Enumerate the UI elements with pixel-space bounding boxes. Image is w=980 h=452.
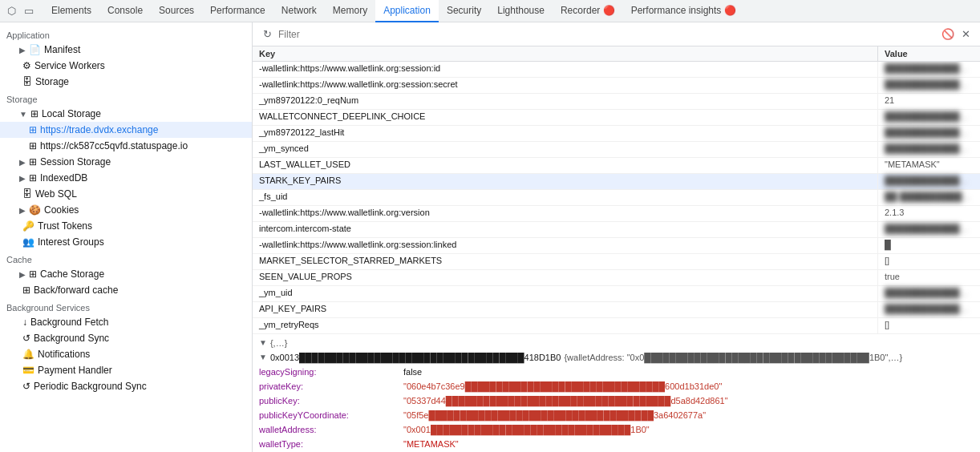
trust-tokens-label: Trust Tokens bbox=[38, 220, 92, 232]
statuspage-icon: ⊞ bbox=[29, 140, 37, 151]
tab-security[interactable]: Security bbox=[439, 0, 489, 22]
sidebar-item-bg-sync[interactable]: ↺ Background Sync bbox=[0, 330, 252, 346]
cell-key: LAST_WALLET_USED bbox=[253, 158, 878, 173]
table-row[interactable]: -walletlink:https://www.walletlink.org:s… bbox=[253, 78, 980, 94]
sidebar-item-periodic-sync[interactable]: ↺ Periodic Background Sync bbox=[0, 378, 252, 394]
table-row[interactable]: LAST_WALLET_USED "METAMASK" bbox=[253, 158, 980, 174]
sw-label: Service Workers bbox=[34, 60, 105, 71]
table-row[interactable]: -walletlink:https://www.walletlink.org:s… bbox=[253, 62, 980, 78]
sidebar-item-cookies[interactable]: ▶ 🍪 Cookies bbox=[0, 202, 252, 218]
table-row[interactable]: STARK_KEY_PAIRS ████████████████████████… bbox=[253, 174, 980, 190]
sidebar-item-payment-handler[interactable]: 💳 Payment Handler bbox=[0, 362, 252, 378]
expand-key-text: 0x0013██████████████████████████████████… bbox=[270, 353, 561, 362]
tab-recorder[interactable]: Recorder 🔴 bbox=[553, 0, 623, 22]
sidebar-item-service-workers[interactable]: ⚙ Service Workers bbox=[0, 58, 252, 74]
table-row[interactable]: _fs_uid ██ █████████████████████████ bbox=[253, 190, 980, 206]
sidebar-item-web-sql[interactable]: 🗄 Web SQL bbox=[0, 186, 252, 202]
cell-key: API_KEY_PAIRS bbox=[253, 302, 878, 317]
tab-network[interactable]: Network bbox=[273, 0, 325, 22]
session-storage-label: Session Storage bbox=[40, 156, 111, 167]
cell-key: -walletlink:https://www.walletlink.org:s… bbox=[253, 238, 878, 253]
payment-label: Payment Handler bbox=[38, 365, 112, 376]
table-row[interactable]: -walletlink:https://www.walletlink.org:s… bbox=[253, 238, 980, 254]
inspect-icon[interactable]: ⬡ bbox=[3, 3, 19, 19]
sidebar-item-bfcache[interactable]: ⊞ Back/forward cache bbox=[0, 282, 252, 298]
expand-field-row: walletAddress: "0x001███████████████████… bbox=[259, 424, 974, 438]
expand-field-row: walletType: "METAMASK" bbox=[259, 438, 974, 452]
nav-tabs: Elements Console Sources Performance Net… bbox=[43, 0, 977, 22]
bg-sync-icon: ↺ bbox=[22, 333, 30, 344]
sidebar-item-session-storage[interactable]: ▶ ⊞ Session Storage bbox=[0, 154, 252, 170]
sidebar-item-manifest[interactable]: ▶ 📄 Manifest bbox=[0, 42, 252, 58]
refresh-button[interactable]: ↻ bbox=[259, 26, 275, 42]
cookies-label: Cookies bbox=[44, 204, 79, 216]
table-row[interactable]: API_KEY_PAIRS ██████████████████████████… bbox=[253, 302, 980, 318]
sw-icon: ⚙ bbox=[22, 60, 31, 71]
expand-icon: ▶ bbox=[19, 206, 26, 215]
cell-key: _ym_uid bbox=[253, 286, 878, 301]
filter-input[interactable] bbox=[278, 29, 937, 40]
web-sql-label: Web SQL bbox=[35, 188, 77, 200]
tab-elements[interactable]: Elements bbox=[43, 0, 99, 22]
table-row[interactable]: -walletlink:https://www.walletlink.org:v… bbox=[253, 206, 980, 222]
bg-fetch-label: Background Fetch bbox=[30, 317, 108, 328]
sidebar-item-statuspage[interactable]: ⊞ https://ck587cc5qvfd.statuspage.io bbox=[0, 138, 252, 154]
table-header: Key Value bbox=[253, 46, 980, 62]
table-row[interactable]: _ym_synced ████████████████████ bbox=[253, 142, 980, 158]
collapse-icon[interactable]: ▼ bbox=[259, 338, 267, 347]
tab-sources[interactable]: Sources bbox=[151, 0, 202, 22]
dvdx-icon: ⊞ bbox=[29, 124, 37, 135]
section-bg-services-title: Background Services bbox=[0, 298, 252, 314]
cell-value: ████████████████████████████████ bbox=[878, 62, 980, 77]
payment-icon: 💳 bbox=[22, 365, 34, 376]
table-row[interactable]: SEEN_VALUE_PROPS true bbox=[253, 270, 980, 286]
cell-value: ██████████████████████ bbox=[878, 78, 980, 93]
field-key: publicKey: bbox=[259, 396, 403, 406]
local-storage-icon: ⊞ bbox=[30, 108, 38, 119]
filter-close-icon[interactable]: ✕ bbox=[958, 26, 974, 42]
field-value: false bbox=[403, 367, 422, 377]
expand-field-row: privateKey: "060e4b7c36e9███████████████… bbox=[259, 381, 974, 395]
table-row[interactable]: _ym89720122_lastHit ████████████████ bbox=[253, 126, 980, 142]
sidebar-item-bg-fetch[interactable]: ↓ Background Fetch bbox=[0, 314, 252, 330]
table-row[interactable]: WALLETCONNECT_DEEPLINK_CHOICE ██████████… bbox=[253, 110, 980, 126]
tab-console[interactable]: Console bbox=[99, 0, 151, 22]
sidebar-item-trust-tokens[interactable]: 🔑 Trust Tokens bbox=[0, 218, 252, 234]
expand-icon: ▼ bbox=[19, 110, 27, 119]
field-value: "METAMASK" bbox=[403, 439, 459, 449]
sidebar-item-dvdx[interactable]: ⊞ https://trade.dvdx.exchange bbox=[0, 122, 252, 138]
expand-field-row: publicKey: "05337d44████████████████████… bbox=[259, 395, 974, 410]
cell-key: -walletlink:https://www.walletlink.org:s… bbox=[253, 78, 878, 93]
table-row[interactable]: intercom.intercom-state ████████████████… bbox=[253, 222, 980, 238]
expand-key-row: ▼ 0x0013████████████████████████████████… bbox=[259, 352, 974, 366]
expand-header-row: ▼ {,…} bbox=[259, 337, 974, 352]
tab-memory[interactable]: Memory bbox=[325, 0, 375, 22]
web-sql-icon: 🗄 bbox=[22, 188, 32, 200]
filter-clear-icon[interactable]: 🚫 bbox=[940, 26, 956, 42]
content-area: ↻ 🚫 ✕ Key Value -walletlink:https://www.… bbox=[253, 22, 980, 452]
device-icon[interactable]: ▭ bbox=[21, 3, 37, 19]
expand-fields: legacySigning: false privateKey: "060e4b… bbox=[259, 366, 974, 452]
table-row[interactable]: MARKET_SELECTOR_STARRED_MARKETS [] bbox=[253, 254, 980, 270]
sidebar-item-local-storage[interactable]: ▼ ⊞ Local Storage bbox=[0, 106, 252, 122]
expand-key-toggle[interactable]: ▼ bbox=[259, 353, 267, 361]
tab-performance[interactable]: Performance bbox=[202, 0, 273, 22]
cell-key: SEEN_VALUE_PROPS bbox=[253, 270, 878, 285]
cell-value: ████████████████ bbox=[878, 126, 980, 141]
header-value: Value bbox=[878, 46, 980, 61]
tab-application[interactable]: Application bbox=[375, 0, 439, 22]
expanded-section: ▼ {,…} ▼ 0x0013█████████████████████████… bbox=[253, 334, 980, 452]
cell-key: _ym_synced bbox=[253, 142, 878, 157]
table-row[interactable]: _ym_uid ████████████████████████████ bbox=[253, 286, 980, 302]
sidebar-item-indexeddb[interactable]: ▶ ⊞ IndexedDB bbox=[0, 170, 252, 186]
table-row[interactable]: _ym89720122:0_reqNum 21 bbox=[253, 94, 980, 110]
sidebar-item-cache-storage[interactable]: ▶ ⊞ Cache Storage bbox=[0, 266, 252, 282]
tab-performance-insights[interactable]: Performance insights 🔴 bbox=[623, 0, 744, 22]
sidebar-item-notifications[interactable]: 🔔 Notifications bbox=[0, 346, 252, 362]
tab-lighthouse[interactable]: Lighthouse bbox=[489, 0, 553, 22]
table-row[interactable]: _ym_retryReqs [] bbox=[253, 318, 980, 334]
sidebar-item-storage[interactable]: 🗄 Storage bbox=[0, 74, 252, 90]
cell-value: ████████████████████ bbox=[878, 142, 980, 157]
bfcache-label: Back/forward cache bbox=[34, 285, 118, 296]
sidebar-item-interest-groups[interactable]: 👥 Interest Groups bbox=[0, 234, 252, 250]
